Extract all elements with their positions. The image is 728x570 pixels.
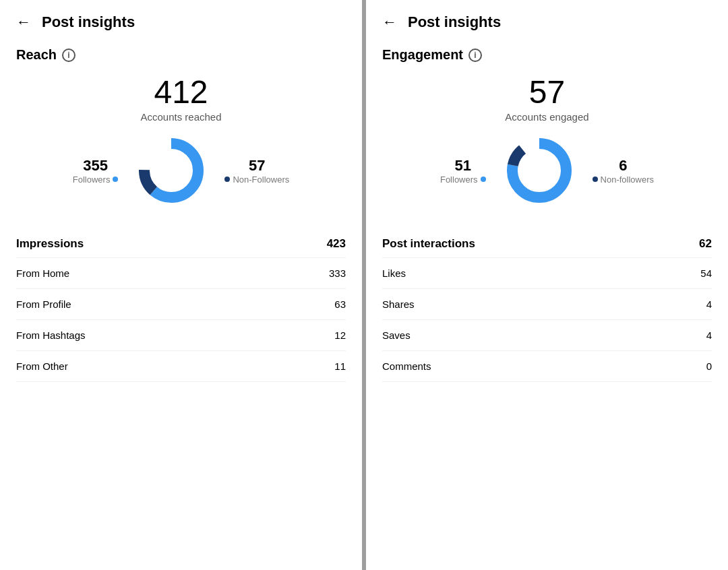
engagement-donut-chart [502, 133, 576, 208]
engagement-big-label: Accounts engaged [382, 111, 712, 123]
left-panel: ← Post insights Reach i 412 Accounts rea… [0, 0, 362, 570]
engagement-info-icon[interactable]: i [468, 49, 482, 62]
interaction-row-value: 0 [706, 360, 712, 372]
interaction-row: Shares 4 [382, 288, 712, 319]
impression-row-value: 11 [334, 360, 346, 372]
non-followers-dot [224, 177, 230, 182]
impression-row-label: From Other [16, 360, 68, 372]
reach-big-label: Accounts reached [16, 111, 346, 123]
interaction-row-value: 4 [706, 329, 712, 341]
engagement-stats: 57 Accounts engaged [382, 76, 712, 123]
eng-followers-count: 51 [440, 157, 486, 175]
impression-row: From Hashtags 12 [16, 319, 346, 350]
non-followers-label: Non-Followers [224, 175, 289, 185]
impression-row-value: 12 [334, 329, 346, 341]
right-page-title: Post insights [408, 13, 501, 31]
followers-label: Followers [73, 175, 119, 185]
impression-row: From Home 333 [16, 257, 346, 288]
impression-row: From Profile 63 [16, 288, 346, 319]
reach-info-icon[interactable]: i [62, 49, 75, 62]
impression-row-value: 333 [329, 267, 346, 279]
eng-non-followers-dot [593, 177, 598, 182]
left-header: ← Post insights [16, 13, 346, 31]
interactions-label: Post interactions [382, 237, 475, 251]
followers-dot [113, 177, 118, 182]
interaction-row-label: Likes [382, 267, 406, 279]
interactions-value: 62 [699, 237, 712, 251]
interaction-row: Comments 0 [382, 350, 712, 382]
non-followers-count: 57 [224, 157, 289, 175]
interaction-row: Saves 4 [382, 319, 712, 350]
interaction-row: Likes 54 [382, 257, 712, 288]
eng-non-followers-count: 6 [593, 157, 654, 175]
reach-stats: 412 Accounts reached [16, 76, 346, 123]
eng-non-followers-label: Non-followers [593, 175, 654, 185]
eng-followers-legend: 51 Followers [440, 157, 486, 185]
eng-followers-dot [481, 177, 486, 182]
right-panel: ← Post insights Engagement i 57 Accounts… [366, 0, 728, 570]
interaction-row-label: Comments [382, 360, 431, 372]
eng-followers-label: Followers [440, 175, 486, 185]
followers-legend: 355 Followers [73, 157, 119, 185]
engagement-donut-row: 51 Followers 6 Non-followers [382, 133, 712, 208]
impression-row-label: From Profile [16, 298, 71, 310]
impressions-header: Impressions 423 [16, 228, 346, 257]
engagement-big-number: 57 [382, 76, 712, 108]
non-followers-legend: 57 Non-Followers [224, 157, 289, 185]
followers-count: 355 [73, 157, 119, 175]
left-page-title: Post insights [42, 13, 135, 31]
left-back-button[interactable]: ← [16, 13, 31, 31]
eng-non-followers-legend: 6 Non-followers [593, 157, 654, 185]
left-section-title: Reach i [16, 47, 346, 63]
interaction-row-value: 54 [700, 267, 712, 279]
right-back-button[interactable]: ← [382, 13, 397, 31]
reach-big-number: 412 [16, 76, 346, 108]
interaction-row-label: Shares [382, 298, 415, 310]
interactions-header: Post interactions 62 [382, 228, 712, 257]
impressions-value: 423 [327, 237, 346, 251]
interaction-row-label: Saves [382, 329, 411, 341]
impression-row-label: From Hashtags [16, 329, 86, 341]
impression-row-label: From Home [16, 267, 69, 279]
impressions-label: Impressions [16, 237, 84, 251]
interactions-rows: Likes 54 Shares 4 Saves 4 Comments 0 [382, 257, 712, 382]
interaction-row-value: 4 [706, 298, 712, 310]
reach-donut-chart [134, 133, 208, 208]
right-header: ← Post insights [382, 13, 712, 31]
right-section-title: Engagement i [382, 47, 712, 63]
impression-row-value: 63 [334, 298, 346, 310]
impression-row: From Other 11 [16, 350, 346, 382]
reach-donut-row: 355 Followers 57 Non-Followers [16, 133, 346, 208]
impressions-rows: From Home 333 From Profile 63 From Hasht… [16, 257, 346, 382]
